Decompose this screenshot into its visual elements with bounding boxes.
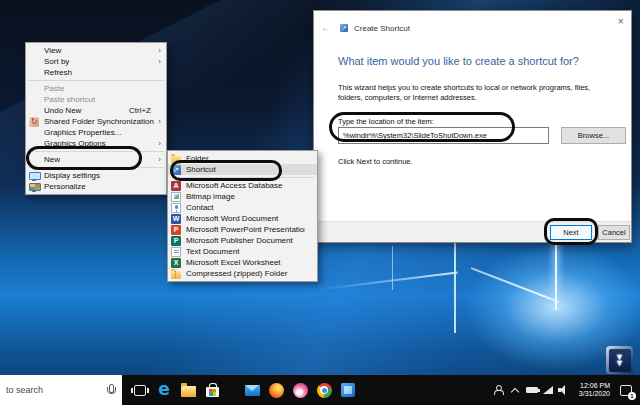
wizard-heading: What item would you like to create a sho… [338, 55, 617, 67]
wallpaper-beam [318, 271, 457, 290]
menu-item-label: Shared Folder Synchronization [44, 117, 154, 126]
menu-item-microsoft-excel-worksheet[interactable]: Microsoft Excel Worksheet [168, 257, 317, 268]
paint-3d-icon[interactable] [288, 375, 312, 405]
menu-item-text-document[interactable]: Text Document [168, 246, 317, 257]
menu-item-label: Text Document [186, 247, 305, 256]
sync-icon [29, 117, 39, 127]
clock[interactable]: 12:06 PM 3/31/2020 [573, 382, 615, 399]
edge-icon[interactable] [152, 375, 176, 405]
menu-item-personalize[interactable]: Personalize [26, 181, 166, 192]
volume-icon[interactable] [556, 375, 573, 405]
menu-item-label: Microsoft Publisher Document [186, 236, 305, 245]
wallpaper-beam [471, 267, 559, 302]
menu-separator [28, 151, 164, 152]
menu-item-microsoft-access-database[interactable]: Microsoft Access Database [168, 180, 317, 191]
dialog-title: Create Shortcut [354, 24, 410, 33]
menu-item-label: Compressed (zipped) Folder [186, 269, 305, 278]
menu-item-contact[interactable]: Contact [168, 202, 317, 213]
network-icon[interactable] [541, 375, 556, 405]
task-view-icon[interactable] [128, 375, 152, 405]
date-text: 3/31/2020 [579, 390, 610, 399]
time-text: 12:06 PM [579, 382, 610, 391]
menu-item-paste: Paste [26, 83, 166, 94]
action-center-icon[interactable]: 1 [615, 375, 637, 405]
menu-item-new[interactable]: New› [26, 154, 166, 165]
chrome-icon[interactable] [312, 375, 336, 405]
menu-item-view[interactable]: View› [26, 45, 166, 56]
menu-item-label: Refresh [44, 68, 154, 77]
microphone-icon[interactable] [106, 384, 114, 396]
menu-item-compressed-zipped-folder[interactable]: Compressed (zipped) Folder [168, 268, 317, 279]
close-icon[interactable]: × [618, 16, 624, 27]
menu-item-microsoft-publisher-document[interactable]: Microsoft Publisher Document [168, 235, 317, 246]
menu-item-label: View [44, 46, 154, 55]
menu-item-label: Personalize [44, 182, 154, 191]
battery-icon[interactable] [523, 375, 541, 405]
location-label: Type the location of the item: [338, 117, 434, 126]
next-hint-text: Click Next to continue. [338, 157, 413, 166]
submenu-arrow-icon: › [154, 57, 161, 67]
dialog-footer: Next Cancel [314, 221, 631, 242]
browse-button[interactable]: Browse... [561, 127, 626, 144]
menu-item-accelerator: Ctrl+Z [129, 106, 151, 115]
word-icon [171, 214, 181, 224]
photos-icon[interactable] [336, 375, 360, 405]
menu-item-microsoft-powerpoint-presentation[interactable]: Microsoft PowerPoint Presentation [168, 224, 317, 235]
menu-item-undo-new[interactable]: Undo NewCtrl+Z [26, 105, 166, 116]
menu-item-graphics-options[interactable]: Graphics Options› [26, 138, 166, 149]
menu-item-sort-by[interactable]: Sort by› [26, 56, 166, 67]
desktop-shortcut-double-arrow-icon[interactable]: ▼ ▼ [606, 346, 633, 374]
access-icon [171, 181, 181, 191]
menu-item-folder[interactable]: Folder [168, 153, 317, 164]
display-icon [29, 171, 39, 181]
menu-item-bitmap-image[interactable]: Bitmap image [168, 191, 317, 202]
menu-item-shared-folder-synchronization[interactable]: Shared Folder Synchronization› [26, 116, 166, 127]
new-submenu: FolderShortcutMicrosoft Access DatabaseB… [167, 150, 318, 282]
menu-item-label: Graphics Properties... [44, 128, 154, 137]
create-shortcut-dialog: × ← Create Shortcut What item would you … [313, 10, 632, 243]
menu-separator [28, 80, 164, 81]
back-arrow-icon[interactable]: ← [321, 23, 331, 33]
menu-item-label: Display settings [44, 171, 154, 180]
menu-item-shortcut[interactable]: Shortcut [168, 164, 317, 175]
personalize-icon [29, 182, 39, 192]
folder-icon [171, 156, 181, 164]
menu-item-microsoft-word-document[interactable]: Microsoft Word Document [168, 213, 317, 224]
excel-icon [171, 258, 181, 268]
submenu-arrow-icon: › [154, 46, 161, 56]
double-down-arrow-icon: ▼ ▼ [609, 349, 631, 372]
menu-item-label: Bitmap image [186, 192, 305, 201]
menu-item-refresh[interactable]: Refresh [26, 67, 166, 78]
file-explorer-icon[interactable] [176, 375, 200, 405]
publisher-icon [171, 236, 181, 246]
menu-item-label: Sort by [44, 57, 154, 66]
microsoft-store-icon[interactable] [200, 375, 224, 405]
search-placeholder-text: to search [0, 385, 106, 395]
submenu-arrow-icon: › [154, 155, 161, 165]
location-input[interactable] [338, 127, 549, 144]
next-button[interactable]: Next [550, 225, 592, 240]
tray-chevron-up-icon[interactable] [507, 375, 523, 405]
firefox-icon[interactable] [264, 375, 288, 405]
dialog-header: ← Create Shortcut [321, 23, 410, 33]
menu-item-label: Folder [186, 154, 305, 163]
menu-item-label: Contact [186, 203, 305, 212]
mail-icon[interactable] [240, 375, 264, 405]
text-icon [171, 247, 181, 257]
desktop[interactable]: × ← Create Shortcut What item would you … [0, 0, 640, 405]
menu-item-label: Microsoft Word Document [186, 214, 305, 223]
taskbar-spacer [224, 375, 240, 405]
menu-item-graphics-properties[interactable]: Graphics Properties... [26, 127, 166, 138]
menu-item-label: Microsoft Excel Worksheet [186, 258, 305, 267]
menu-item-label: Microsoft Access Database [186, 181, 305, 190]
cancel-button[interactable]: Cancel [598, 225, 630, 240]
menu-item-label: Shortcut [186, 165, 305, 174]
taskbar-search-box[interactable]: to search [0, 375, 122, 405]
menu-item-paste-shortcut: Paste shortcut [26, 94, 166, 105]
shortcut-wizard-icon [340, 24, 348, 32]
menu-item-display-settings[interactable]: Display settings [26, 170, 166, 181]
taskbar: to search 12:06 PM 3/31/2020 1 [0, 375, 640, 405]
shortcut-icon [171, 165, 181, 175]
submenu-arrow-icon: › [154, 139, 161, 149]
people-icon[interactable] [489, 375, 507, 405]
